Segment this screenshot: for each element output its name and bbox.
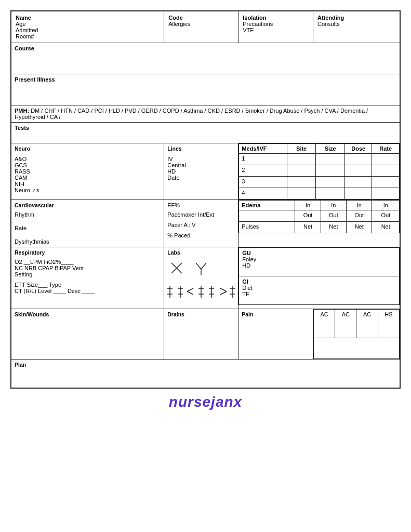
- svg-line-20: [220, 291, 227, 295]
- out-col-3: Out: [347, 210, 372, 222]
- neuro-checks: Neuro ✓s: [15, 187, 161, 194]
- respiratory-cell: Respiratory O2 __LPM FiO2%____ NC NRB CP…: [11, 247, 164, 309]
- present-illness-cell: Present Illness: [11, 74, 400, 105]
- in-col-3: In: [347, 201, 372, 210]
- dysrhythmias-label: Dysrhythmias: [15, 238, 161, 245]
- meds-size-2: [316, 165, 345, 177]
- out-col-4: Out: [372, 210, 400, 222]
- skin-wounds-cell: Skin/Wounds: [11, 309, 164, 360]
- pulses-net-row: Pulses Net Net Net Net: [239, 222, 400, 233]
- code-allergies-cell: Code Allergies: [164, 11, 238, 43]
- ef-label: EF%: [167, 202, 235, 208]
- meds-rate-3: [372, 177, 400, 188]
- neuro-nih: NIH: [15, 181, 161, 187]
- meds-header-row: Meds/IVF Site Size Dose Rate: [239, 144, 400, 154]
- ac-2: AC: [335, 310, 356, 338]
- gu-row: GU Foley HD: [239, 248, 400, 276]
- svg-line-3: [201, 263, 206, 269]
- pmh-label: PMH:: [15, 108, 29, 114]
- plan-cell: Plan: [11, 360, 400, 388]
- meds-dose-4: [345, 188, 372, 200]
- gu-gi-cell: GU Foley HD GI Diet TF: [238, 247, 400, 309]
- isolation-cell: Isolation Precautions VTE: [238, 11, 313, 43]
- course-row: Course: [11, 43, 400, 74]
- course-cell: Course: [11, 43, 400, 74]
- drains-cell: Drains: [164, 309, 238, 360]
- meds-site-4: [287, 188, 316, 200]
- neuro-cam: CAM: [15, 175, 161, 181]
- logo: nursejanx: [169, 394, 242, 410]
- precautions-label: Precautions: [243, 21, 309, 27]
- pulses-label: Pulses: [239, 222, 295, 233]
- drains-label: Drains: [167, 311, 235, 317]
- svg-line-2: [196, 263, 201, 269]
- empty-cell: [239, 210, 295, 222]
- name-label: Name: [16, 15, 160, 21]
- pacer-label: Pacer A : V: [167, 222, 235, 228]
- tests-label: Tests: [15, 125, 396, 131]
- setting-line: Setting: [15, 271, 161, 277]
- ett-line: ETT Size___ Type: [15, 282, 161, 288]
- cardiovascular-label: Cardiovascular: [15, 202, 161, 208]
- meds-size-1: [316, 154, 345, 165]
- attending-cell: Attending Consults: [313, 11, 400, 43]
- meds-rate-4: [372, 188, 400, 200]
- hd-label: HD: [242, 262, 396, 269]
- in-col-4: In: [372, 201, 400, 210]
- meds-size-3: [316, 177, 345, 188]
- cardiovascular-row: Cardiovascular Rhythm Rate Dysrhythmias …: [11, 200, 400, 247]
- meds-num-3: 3: [239, 177, 287, 188]
- skin-drains-pain-row: Skin/Wounds Drains Pain AC AC AC HS: [11, 309, 400, 360]
- ac-hs-empty-row: [313, 338, 399, 359]
- meds-num-1: 1: [239, 154, 287, 165]
- dose-header: Dose: [345, 144, 372, 154]
- meds-dose-3: [345, 177, 372, 188]
- pain-label: Pain: [242, 311, 310, 317]
- isolation-label: Isolation: [243, 15, 309, 21]
- labs-diagram: [167, 259, 235, 305]
- age-label: Age: [16, 21, 160, 27]
- patient-info-cell: Name Age Admitted Room#: [11, 11, 164, 43]
- meds-num-2: 2: [239, 165, 287, 177]
- cardio-label-cell: Cardiovascular Rhythm Rate Dysrhythmias: [11, 200, 164, 247]
- meds-row-4: 4: [239, 188, 400, 200]
- edema-in-row: Edema In In In In: [239, 201, 400, 210]
- allergies-label: Allergies: [168, 21, 234, 27]
- pacemaker-label: Pacemaker Int/Ext: [167, 211, 235, 218]
- size-header: Size: [316, 144, 345, 154]
- out-col-2: Out: [321, 210, 346, 222]
- plan-row: Plan: [11, 360, 400, 388]
- neuro-cell: Neuro A&O GCS RASS CAM NIH Neuro ✓s: [11, 143, 164, 200]
- in-col-2: In: [321, 201, 346, 210]
- lines-label: Lines: [167, 145, 235, 152]
- ac-1: AC: [313, 310, 335, 338]
- ef-pacer-cell: EF% Pacemaker Int/Ext Pacer A : V % Pace…: [164, 200, 238, 247]
- tests-row: Tests: [11, 123, 400, 143]
- rate-header: Rate: [372, 144, 400, 154]
- code-label: Code: [168, 15, 234, 21]
- svg-line-11: [187, 288, 193, 291]
- meds-cell: Meds/IVF Site Size Dose Rate 1 2: [238, 143, 400, 200]
- rate-label: Rate: [15, 225, 161, 231]
- net-col-1: Net: [295, 222, 321, 233]
- meds-site-3: [287, 177, 316, 188]
- neuro-lines-meds-row: Neuro A&O GCS RASS CAM NIH Neuro ✓s Line…: [11, 143, 400, 200]
- medical-form: Name Age Admitted Room# Code Allergies I…: [10, 10, 401, 389]
- rhythm-label: Rhythm: [15, 211, 161, 218]
- gu-label: GU: [242, 250, 396, 256]
- meds-row-1: 1: [239, 154, 400, 165]
- meds-site-2: [287, 165, 316, 177]
- meds-rate-1: [372, 154, 400, 165]
- pmh-row: PMH: DM / CHF / HTN / CAD / PCI / HLD / …: [11, 105, 400, 123]
- neuro-gcs: GCS: [15, 162, 161, 168]
- meds-dose-2: [345, 165, 372, 177]
- lines-hd: HD: [167, 168, 235, 175]
- header-row: Name Age Admitted Room# Code Allergies I…: [11, 11, 400, 43]
- resp-labs-row: Respiratory O2 __LPM FiO2%____ NC NRB CP…: [11, 247, 400, 309]
- hs: HS: [378, 310, 399, 338]
- ac-3: AC: [356, 310, 378, 338]
- net-col-4: Net: [372, 222, 400, 233]
- svg-line-19: [220, 288, 227, 291]
- lines-cell: Lines IV Central HD Date: [164, 143, 238, 200]
- net-col-2: Net: [321, 222, 346, 233]
